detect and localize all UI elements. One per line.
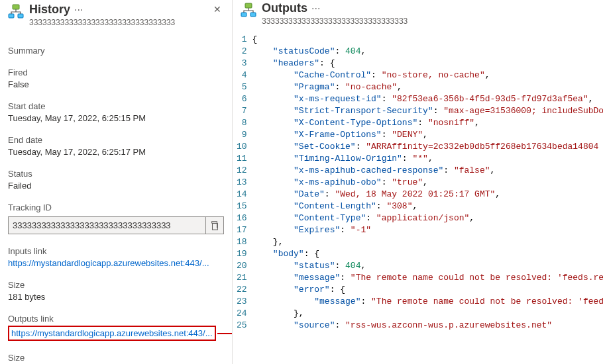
outputs-link-label: Outputs link <box>8 314 224 324</box>
tracking-id-input[interactable] <box>8 216 206 234</box>
fired-label: Fired <box>8 68 224 77</box>
tracking-id-label: Tracking ID <box>8 203 224 212</box>
fired-value: False <box>8 79 224 89</box>
inputs-size-value: 181 bytes <box>8 292 224 302</box>
history-more-button[interactable]: ··· <box>74 4 83 16</box>
outputs-header: Outputs ··· 3333333333333333333333333333… <box>233 0 603 32</box>
outputs-more-button[interactable]: ··· <box>311 3 320 15</box>
outputs-size-label: Size <box>8 353 224 363</box>
copy-button[interactable] <box>206 216 224 234</box>
history-title: History <box>29 3 70 17</box>
flow-icon <box>8 4 24 20</box>
inputs-link[interactable]: https://mystandardlogicapp.azurewebsites… <box>8 258 209 268</box>
line-gutter: 1234567891011121314151617181920212223242… <box>233 32 252 364</box>
svg-rect-2 <box>18 14 23 18</box>
flow-icon <box>241 3 256 19</box>
svg-rect-6 <box>245 3 252 8</box>
history-panel: History ··· 3333333333333333333333333333… <box>0 0 232 364</box>
code-body[interactable]: { "statusCode": 404, "headers": { "Cache… <box>252 32 603 364</box>
inputs-link-label: Inputs link <box>8 246 224 256</box>
end-date-label: End date <box>8 135 224 145</box>
svg-rect-7 <box>241 13 247 17</box>
close-icon[interactable]: ✕ <box>211 1 224 17</box>
outputs-link-highlight: https://mystandardlogicapp.azurewebsites… <box>8 326 216 341</box>
outputs-title: Outputs <box>262 1 307 15</box>
json-editor[interactable]: 1234567891011121314151617181920212223242… <box>233 32 603 364</box>
svg-rect-8 <box>250 13 256 17</box>
svg-rect-0 <box>13 5 19 9</box>
outputs-link[interactable]: https://mystandardlogicapp.azurewebsites… <box>11 328 213 338</box>
end-date-value: Tuesday, May 17, 2022, 6:25:17 PM <box>8 147 224 157</box>
history-header: History ··· 3333333333333333333333333333… <box>8 1 224 34</box>
copy-icon <box>210 221 219 230</box>
summary-heading: Summary <box>8 46 224 56</box>
status-label: Status <box>8 169 224 179</box>
start-date-label: Start date <box>8 101 224 111</box>
outputs-subtitle: 333333333333333333333333333333333 <box>262 17 408 26</box>
history-subtitle: 333333333333333333333333333333333 <box>29 18 175 27</box>
inputs-size-label: Size <box>8 280 224 290</box>
start-date-value: Tuesday, May 17, 2022, 6:25:15 PM <box>8 113 224 123</box>
annotation-arrow-icon <box>217 329 232 338</box>
status-value: Failed <box>8 181 224 191</box>
svg-rect-1 <box>9 14 14 18</box>
outputs-panel: Outputs ··· 3333333333333333333333333333… <box>232 0 603 364</box>
